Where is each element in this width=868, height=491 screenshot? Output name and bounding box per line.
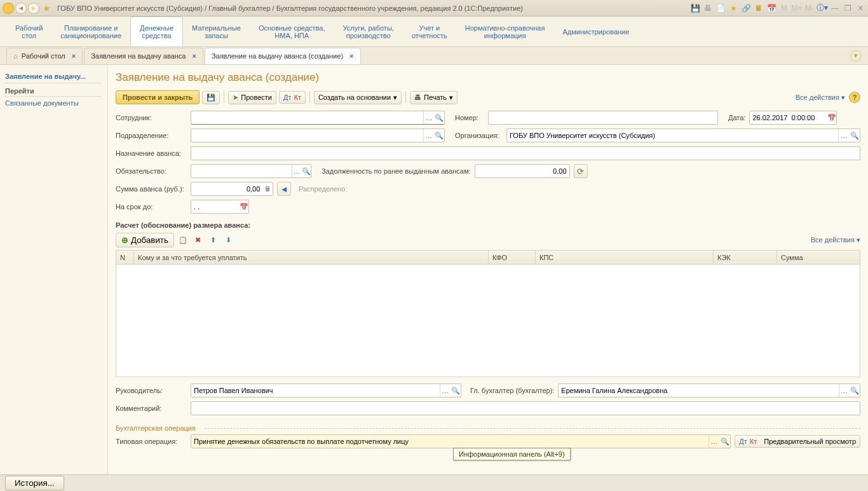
doc-icon[interactable]: 📄 [715, 3, 726, 13]
calendar-icon[interactable]: 📅 [827, 114, 837, 122]
tab-close-icon[interactable]: × [349, 52, 353, 60]
search-icon[interactable]: 🔍 [434, 129, 444, 142]
number-input[interactable] [488, 111, 718, 125]
m-icon[interactable]: M [779, 3, 789, 13]
star2-icon[interactable]: ★ [728, 3, 738, 13]
typical-op-input[interactable]: …🔍 [191, 434, 731, 448]
amount-input[interactable]: 🖩 [191, 182, 273, 196]
accountant-input[interactable]: …🔍 [558, 384, 860, 398]
print-icon[interactable]: 🖶 [703, 3, 713, 13]
search-icon[interactable]: 🔍 [849, 129, 860, 142]
post-and-close-button[interactable]: Провести и закрыть [116, 90, 200, 104]
select-icon[interactable]: … [423, 129, 434, 142]
sidebar-link-related[interactable]: Связанные документы [5, 97, 102, 109]
purpose-label: Назначение аванса: [116, 149, 187, 157]
nav-money[interactable]: Денежные средства [130, 17, 183, 46]
calendar-icon[interactable]: 📅 [766, 3, 776, 13]
date-input[interactable]: 📅 [749, 111, 837, 125]
tab-close-icon[interactable]: × [192, 52, 196, 60]
nav-admin[interactable]: Администрирование [553, 17, 638, 46]
nav-reports[interactable]: Учет и отчетность [403, 17, 456, 46]
tab-list[interactable]: Заявления на выдачу аванса × [84, 48, 203, 64]
tab-dropdown-icon[interactable]: ▾ [850, 50, 862, 62]
m-minus-icon[interactable]: M- [804, 3, 815, 13]
save-icon[interactable]: 💾 [690, 3, 700, 13]
history-button[interactable]: История... [5, 476, 64, 490]
manager-input[interactable]: …🔍 [191, 384, 461, 398]
select-icon[interactable]: … [839, 384, 850, 397]
col-kps[interactable]: КПС [536, 251, 714, 264]
nav-services[interactable]: Услуги, работы, производство [334, 17, 403, 46]
post-button[interactable]: ➤Провести [228, 91, 276, 104]
select-icon[interactable]: … [838, 129, 849, 142]
move-up-icon[interactable]: ⬆ [207, 234, 220, 247]
help-icon[interactable]: ? [849, 92, 860, 103]
search-icon[interactable]: 🔍 [849, 384, 860, 397]
app-icon[interactable] [3, 3, 14, 14]
search-icon[interactable]: 🔍 [301, 165, 311, 177]
move-down-icon[interactable]: ⬇ [222, 234, 235, 247]
dtkt-button[interactable]: ДтКт [279, 91, 306, 104]
calc-icon[interactable]: 🖩 [754, 3, 764, 13]
typical-op-label: Типовая операция: [116, 438, 187, 445]
obligation-input[interactable]: …🔍 [191, 164, 311, 178]
all-actions-link[interactable]: Все действия ▾ [796, 93, 845, 102]
calendar-icon[interactable]: 📅 [239, 203, 248, 211]
nav-planning[interactable]: Планирование и санкционирование [51, 17, 130, 46]
refresh-button[interactable]: ⟳ [574, 164, 588, 178]
add-row-button[interactable]: ⊕Добавить [116, 233, 174, 247]
preview-button[interactable]: ДтКт Предварительный просмотр [735, 435, 860, 448]
nav-materials[interactable]: Материальные запасы [183, 17, 250, 46]
m-plus-icon[interactable]: M+ [792, 3, 802, 13]
purpose-input[interactable] [191, 146, 860, 160]
favorites-icon[interactable]: ★ [41, 3, 52, 14]
create-based-button[interactable]: Создать на основании▾ [314, 91, 402, 104]
select-icon[interactable]: … [709, 435, 719, 448]
comment-label: Комментарий: [116, 405, 187, 412]
sidebar: Заявление на выдачу... Перейти Связанные… [0, 65, 108, 474]
copy-icon[interactable]: 📋 [177, 234, 189, 247]
print-button[interactable]: 🖶Печать▾ [410, 91, 458, 104]
info-icon[interactable]: ⓘ▾ [817, 3, 827, 13]
col-n[interactable]: N [116, 251, 134, 264]
tab-create[interactable]: Заявление на выдачу аванса (создание) × [205, 48, 361, 64]
col-kfo[interactable]: КФО [489, 251, 536, 264]
search-icon[interactable]: 🔍 [719, 435, 730, 448]
term-input[interactable]: 📅 [191, 200, 249, 214]
search-icon[interactable]: 🔍 [450, 384, 461, 397]
distribute-button[interactable]: ◄ [277, 182, 291, 196]
link-icon[interactable]: 🔗 [741, 3, 751, 13]
nav-desktop[interactable]: Рабочий стол [6, 17, 51, 46]
col-kek[interactable]: КЭК [714, 251, 777, 264]
select-icon[interactable]: … [423, 111, 434, 124]
tab-close-icon[interactable]: × [72, 52, 76, 60]
col-sum[interactable]: Сумма [777, 251, 860, 264]
table-all-actions[interactable]: Все действия ▾ [811, 236, 860, 244]
close-icon[interactable]: ✕ [855, 3, 865, 13]
minimize-icon[interactable]: — [830, 3, 840, 13]
department-input[interactable]: …🔍 [191, 128, 445, 142]
calc-icon[interactable]: 🖩 [262, 185, 273, 193]
search-icon[interactable]: 🔍 [434, 111, 444, 124]
title-right-icons: 💾 🖶 📄 ★ 🔗 🖩 📅 M M+ M- ⓘ▾ — ❐ ✕ [690, 3, 865, 13]
page-title: Заявление на выдачу аванса (создание) [116, 71, 860, 84]
nav-reference[interactable]: Нормативно-справочная информация [456, 17, 554, 46]
delete-icon[interactable]: ✖ [192, 234, 205, 247]
nav-forward-button[interactable]: ► [28, 3, 39, 14]
employee-input[interactable]: …🔍 [191, 111, 445, 125]
obligation-label: Обязательство: [116, 167, 187, 175]
tab-desktop[interactable]: ⌂ Рабочий стол × [6, 48, 83, 64]
select-icon[interactable]: … [292, 165, 301, 177]
save-button[interactable]: 💾 [202, 91, 220, 104]
col-whom[interactable]: Кому и за что требуется уплатить [134, 251, 489, 264]
distributed-label: Распределено: [299, 185, 348, 193]
calc-table[interactable]: N Кому и за что требуется уплатить КФО К… [116, 250, 860, 377]
debt-input[interactable] [475, 164, 570, 178]
org-input[interactable]: …🔍 [506, 128, 860, 142]
nav-back-button[interactable]: ◄ [15, 3, 27, 14]
nav-assets[interactable]: Основные средства, НМА, НПА [250, 17, 334, 46]
select-icon[interactable]: … [440, 384, 451, 397]
comment-input[interactable] [191, 401, 860, 415]
maximize-icon[interactable]: ❐ [843, 3, 853, 13]
content: Заявление на выдачу... Перейти Связанные… [0, 65, 868, 474]
